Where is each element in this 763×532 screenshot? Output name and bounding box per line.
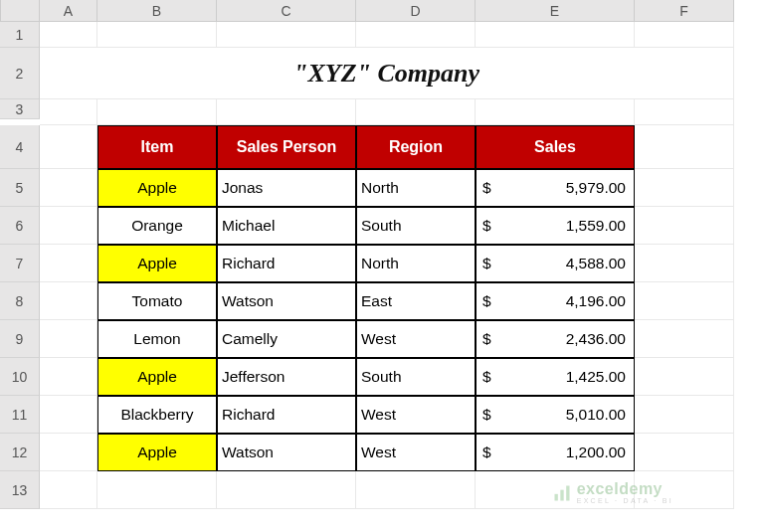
cell-item[interactable]: Lemon (97, 320, 217, 358)
cell-sales[interactable]: $2,436.00 (476, 320, 635, 358)
sales-amount: 1,200.00 (566, 443, 626, 461)
cell-E3[interactable] (476, 99, 635, 125)
cell-A6[interactable] (40, 207, 97, 245)
cell-region[interactable]: East (356, 282, 476, 320)
col-header-A[interactable]: A (40, 0, 97, 22)
watermark: exceldemy EXCEL · DATA · BI (552, 481, 673, 504)
table-header-item[interactable]: Item (97, 125, 217, 169)
cell-B3[interactable] (97, 99, 217, 125)
cell-D3[interactable] (356, 99, 476, 125)
cell-F4[interactable] (635, 125, 734, 169)
cell-A1[interactable] (40, 22, 97, 48)
cell-salesperson[interactable]: Camelly (217, 320, 356, 358)
cell-region[interactable]: North (356, 245, 476, 282)
cell-item[interactable]: Apple (97, 245, 217, 282)
row-header-7[interactable]: 7 (0, 245, 40, 282)
cell-E1[interactable] (476, 22, 635, 48)
cell-B13[interactable] (97, 471, 217, 509)
cell-A9[interactable] (40, 320, 97, 358)
sales-amount: 4,196.00 (566, 292, 626, 310)
cell-region[interactable]: North (356, 169, 476, 207)
cell-A7[interactable] (40, 245, 97, 282)
cell-sales[interactable]: $1,200.00 (476, 434, 635, 471)
row-header-8[interactable]: 8 (0, 282, 40, 320)
cell-salesperson[interactable]: Jonas (217, 169, 356, 207)
cell-B1[interactable] (97, 22, 217, 48)
row-header-5[interactable]: 5 (0, 169, 40, 207)
col-header-F[interactable]: F (635, 0, 734, 22)
cell-F5[interactable] (635, 169, 734, 207)
cell-F11[interactable] (635, 396, 734, 434)
row-header-10[interactable]: 10 (0, 358, 40, 396)
cell-item[interactable]: Blackberry (97, 396, 217, 434)
cell-salesperson[interactable]: Richard (217, 396, 356, 434)
row-header-12[interactable]: 12 (0, 434, 40, 471)
row-header-3[interactable]: 3 (0, 99, 40, 119)
currency-symbol: $ (482, 179, 491, 197)
cell-sales[interactable]: $4,588.00 (476, 245, 635, 282)
cell-item[interactable]: Orange (97, 207, 217, 245)
cell-sales[interactable]: $5,979.00 (476, 169, 635, 207)
table-header-region[interactable]: Region (356, 125, 476, 169)
cell-A8[interactable] (40, 282, 97, 320)
col-header-C[interactable]: C (217, 0, 356, 22)
cell-A5[interactable] (40, 169, 97, 207)
svg-rect-1 (560, 489, 563, 500)
cell-C3[interactable] (217, 99, 356, 125)
table-header-salesperson[interactable]: Sales Person (217, 125, 356, 169)
cell-salesperson[interactable]: Richard (217, 245, 356, 282)
cell-sales[interactable]: $4,196.00 (476, 282, 635, 320)
sales-amount: 1,425.00 (566, 368, 626, 386)
cell-region[interactable]: South (356, 207, 476, 245)
cell-sales[interactable]: $5,010.00 (476, 396, 635, 434)
cell-F7[interactable] (635, 245, 734, 282)
row-header-9[interactable]: 9 (0, 320, 40, 358)
cell-A3[interactable] (40, 99, 97, 125)
cell-region[interactable]: West (356, 396, 476, 434)
col-header-B[interactable]: B (97, 0, 217, 22)
cell-salesperson[interactable]: Watson (217, 434, 356, 471)
cell-F3[interactable] (635, 99, 734, 125)
cell-A13[interactable] (40, 471, 97, 509)
row-header-1[interactable]: 1 (0, 22, 40, 48)
cell-salesperson[interactable]: Watson (217, 282, 356, 320)
currency-symbol: $ (482, 255, 491, 272)
cell-sales[interactable]: $1,425.00 (476, 358, 635, 396)
cell-C13[interactable] (217, 471, 356, 509)
cell-A10[interactable] (40, 358, 97, 396)
cell-F12[interactable] (635, 434, 734, 471)
cell-item[interactable]: Apple (97, 358, 217, 396)
cell-region[interactable]: West (356, 320, 476, 358)
cell-F8[interactable] (635, 282, 734, 320)
row-header-11[interactable]: 11 (0, 396, 40, 434)
cell-D1[interactable] (356, 22, 476, 48)
row-header-4[interactable]: 4 (0, 125, 40, 169)
cell-region[interactable]: South (356, 358, 476, 396)
row-header-2[interactable]: 2 (0, 48, 40, 99)
select-all-corner[interactable] (0, 0, 40, 22)
cell-A12[interactable] (40, 434, 97, 471)
currency-symbol: $ (482, 217, 491, 235)
cell-F10[interactable] (635, 358, 734, 396)
cell-F1[interactable] (635, 22, 734, 48)
col-header-E[interactable]: E (476, 0, 635, 22)
row-header-6[interactable]: 6 (0, 207, 40, 245)
cell-F9[interactable] (635, 320, 734, 358)
col-header-D[interactable]: D (356, 0, 476, 22)
page-title[interactable]: "XYZ" Company (40, 48, 734, 99)
cell-A4[interactable] (40, 125, 97, 169)
cell-A11[interactable] (40, 396, 97, 434)
cell-F6[interactable] (635, 207, 734, 245)
cell-salesperson[interactable]: Jefferson (217, 358, 356, 396)
row-header-13[interactable]: 13 (0, 471, 40, 509)
cell-region[interactable]: West (356, 434, 476, 471)
cell-item[interactable]: Apple (97, 434, 217, 471)
cell-C1[interactable] (217, 22, 356, 48)
cell-item[interactable]: Apple (97, 169, 217, 207)
table-header-sales[interactable]: Sales (476, 125, 635, 169)
cell-D13[interactable] (356, 471, 476, 509)
cell-sales[interactable]: $1,559.00 (476, 207, 635, 245)
cell-salesperson[interactable]: Michael (217, 207, 356, 245)
cell-item[interactable]: Tomato (97, 282, 217, 320)
exceldemy-logo-icon (552, 483, 572, 503)
